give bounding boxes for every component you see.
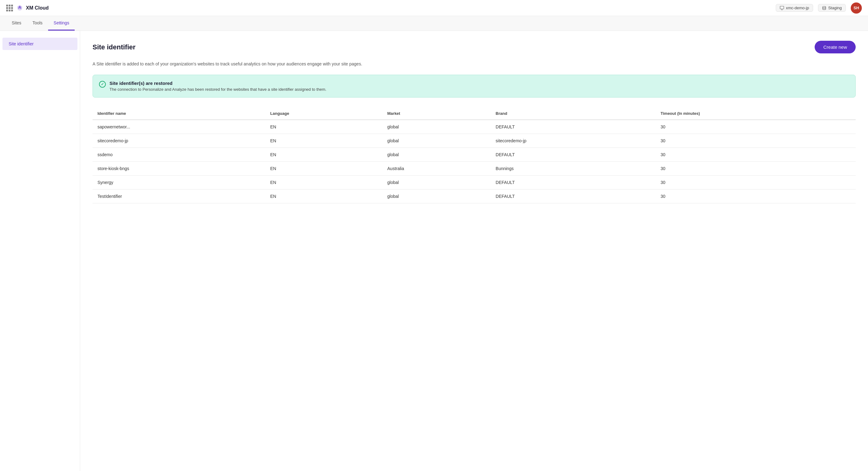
xm-cloud-logo-icon [16, 4, 24, 12]
staging-label: Staging [828, 5, 842, 10]
cell-language: EN [265, 120, 382, 134]
page-description: A Site identifier is added to each of yo… [93, 61, 856, 67]
identifiers-table: Identifier name Language Market Brand Ti… [93, 108, 856, 203]
cell-identifier-name: TestIdentifier [93, 189, 265, 203]
table-row[interactable]: sapowernetwor... EN global DEFAULT 30 [93, 120, 856, 134]
cell-language: EN [265, 148, 382, 162]
sidebar: Site identifier [0, 31, 80, 471]
tab-sites[interactable]: Sites [6, 16, 27, 31]
cell-market: Australia [382, 162, 491, 176]
avatar-initials: SH [854, 5, 859, 10]
staging-selector[interactable]: Staging [818, 4, 846, 12]
identifiers-table-container: Identifier name Language Market Brand Ti… [93, 108, 856, 203]
cell-market: global [382, 134, 491, 148]
alert-title: Site identifier(s) are restored [110, 81, 327, 86]
cell-language: EN [265, 162, 382, 176]
database-icon [822, 6, 826, 10]
cell-identifier-name: ssdemo [93, 148, 265, 162]
layout: Site identifier Site identifier Create n… [0, 31, 868, 471]
table-row[interactable]: TestIdentifier EN global DEFAULT 30 [93, 189, 856, 203]
tab-tools[interactable]: Tools [27, 16, 48, 31]
cell-timeout: 30 [656, 148, 856, 162]
cell-identifier-name: store-kiosk-bngs [93, 162, 265, 176]
main-content: Site identifier Create new A Site identi… [80, 31, 868, 471]
cell-market: global [382, 176, 491, 189]
cell-brand: sitecoredemo-jp [491, 134, 656, 148]
grid-menu-icon[interactable] [6, 5, 13, 11]
table-body: sapowernetwor... EN global DEFAULT 30 si… [93, 120, 856, 203]
cell-market: global [382, 148, 491, 162]
brand-name: XM Cloud [26, 5, 49, 11]
sidebar-item-site-identifier[interactable]: Site identifier [2, 38, 78, 50]
col-language: Language [265, 108, 382, 120]
cell-timeout: 30 [656, 162, 856, 176]
secondary-nav: Sites Tools Settings [0, 16, 868, 31]
cell-brand: DEFAULT [491, 189, 656, 203]
svg-point-1 [823, 6, 826, 7]
col-timeout: Timeout (In minutes) [656, 108, 856, 120]
cell-identifier-name: sapowernetwor... [93, 120, 265, 134]
table-row[interactable]: sitecoredemo-jp EN global sitecoredemo-j… [93, 134, 856, 148]
table-row[interactable]: Synergy EN global DEFAULT 30 [93, 176, 856, 189]
cell-language: EN [265, 176, 382, 189]
cell-timeout: 30 [656, 189, 856, 203]
alert-description: The connection to Personalize and Analyz… [110, 87, 327, 92]
page-title: Site identifier [93, 43, 135, 51]
cell-language: EN [265, 134, 382, 148]
brand-logo: XM Cloud [16, 4, 49, 12]
topbar-left: XM Cloud [6, 4, 49, 12]
cell-brand: Bunnings [491, 162, 656, 176]
monitor-icon [780, 6, 784, 10]
topbar: XM Cloud xmc-demo-jp Staging SH [0, 0, 868, 16]
cell-identifier-name: Synergy [93, 176, 265, 189]
topbar-right: xmc-demo-jp Staging SH [776, 2, 862, 13]
cell-identifier-name: sitecoredemo-jp [93, 134, 265, 148]
table-row[interactable]: store-kiosk-bngs EN Australia Bunnings 3… [93, 162, 856, 176]
cell-brand: DEFAULT [491, 120, 656, 134]
env-selector[interactable]: xmc-demo-jp [776, 4, 813, 12]
cell-market: global [382, 120, 491, 134]
cell-brand: DEFAULT [491, 148, 656, 162]
alert-content: Site identifier(s) are restored The conn… [110, 81, 327, 92]
cell-timeout: 30 [656, 134, 856, 148]
cell-timeout: 30 [656, 120, 856, 134]
tab-settings[interactable]: Settings [48, 16, 75, 31]
cell-language: EN [265, 189, 382, 203]
main-header: Site identifier Create new [93, 41, 856, 53]
env-label: xmc-demo-jp [786, 5, 809, 10]
sidebar-item-label: Site identifier [9, 41, 34, 46]
cell-brand: DEFAULT [491, 176, 656, 189]
cell-timeout: 30 [656, 176, 856, 189]
svg-rect-0 [780, 6, 784, 9]
alert-check-icon [99, 81, 106, 88]
col-market: Market [382, 108, 491, 120]
col-identifier-name: Identifier name [93, 108, 265, 120]
col-brand: Brand [491, 108, 656, 120]
create-new-button[interactable]: Create new [815, 41, 856, 53]
avatar[interactable]: SH [851, 2, 862, 13]
table-header: Identifier name Language Market Brand Ti… [93, 108, 856, 120]
table-row[interactable]: ssdemo EN global DEFAULT 30 [93, 148, 856, 162]
alert-banner: Site identifier(s) are restored The conn… [93, 75, 856, 97]
cell-market: global [382, 189, 491, 203]
